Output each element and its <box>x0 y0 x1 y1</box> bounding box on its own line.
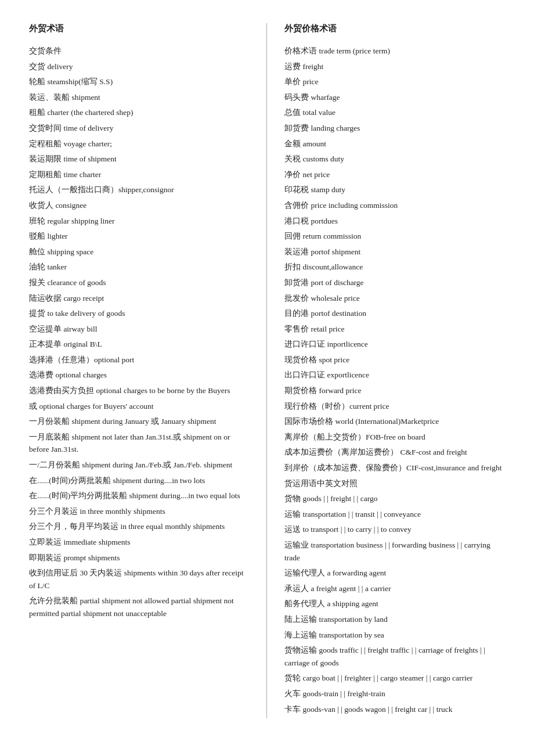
list-item: 单价 price <box>284 75 505 88</box>
list-item: 班轮 regular shipping liner <box>29 215 249 228</box>
list-item: 舱位 shipping space <box>29 246 249 258</box>
list-item: 金额 amount <box>284 138 505 150</box>
list-item: 立即装运 immediate shipments <box>29 536 249 549</box>
list-item: 选港费 optional charges <box>29 369 249 381</box>
list-item: 分三个月装运 in three monthly shipments <box>29 505 249 518</box>
list-item: 驳船 lighter <box>29 230 249 243</box>
list-item: 在......(时间)平均分两批装船 shipment during....in… <box>29 489 249 502</box>
list-item: 提货 to take delivery of goods <box>29 307 249 320</box>
list-item: 火车 goods-train | | freight-train <box>284 687 505 700</box>
list-item: 装运期限 time of shipment <box>29 153 249 165</box>
list-item: 批发价 wholesale price <box>284 292 505 305</box>
list-item: 货物 goods | | freight | | cargo <box>284 492 505 505</box>
left-entries-container: 交货条件交货 delivery轮船 steamship(缩写 S.S)装运、装船… <box>29 45 249 620</box>
list-item: 交货条件 <box>29 45 249 57</box>
list-item: 正本提单 original B\L <box>29 338 249 351</box>
right-title: 外贸价格术语 <box>284 23 505 34</box>
list-item: 一/二月份装船 shipment during Jan./Feb.或 Jan./… <box>29 459 249 471</box>
list-item: 回佣 return commission <box>284 230 505 243</box>
right-column: 外贸价格术语 价格术语 trade term (price term)运费 fr… <box>267 23 505 718</box>
list-item: 净价 net price <box>284 168 505 181</box>
list-item: 离岸价（船上交货价）FOB-free on board <box>284 431 505 444</box>
list-item: 定程租船 voyage charter; <box>29 138 249 150</box>
list-item: 码头费 wharfage <box>284 91 505 104</box>
list-item: 卸货费 landing charges <box>284 122 505 135</box>
list-item: 陆上运输 transportation by land <box>284 613 505 626</box>
list-item: 选择港（任意港）optional port <box>29 354 249 366</box>
list-item: 分三个月，每月平均装运 in three equal monthly shipm… <box>29 520 249 533</box>
list-item: 港口税 portdues <box>284 215 505 228</box>
list-item: 卸货港 port of discharge <box>284 276 505 289</box>
list-item: 印花税 stamp duty <box>284 183 505 196</box>
list-item: 货运用语中英文对照 <box>284 477 505 490</box>
list-item: 空运提单 airway bill <box>29 323 249 336</box>
list-item: 国际市场价格 world (International)Marketprice <box>284 415 505 428</box>
list-item: 运输代理人 a forwarding agent <box>284 567 505 579</box>
list-item: 运费 freight <box>284 60 505 73</box>
list-item: 陆运收据 cargo receipt <box>29 292 249 305</box>
list-item: 油轮 tanker <box>29 261 249 273</box>
list-item: 货物运输 goods traffic | | freight traffic |… <box>284 644 505 669</box>
list-item: 到岸价（成本加运费、保险费价）CIF-cost,insurance and fr… <box>284 462 505 474</box>
list-item: 含佣价 price including commission <box>284 199 505 212</box>
list-item: 允许分批装船 partial shipment not allowed part… <box>29 595 249 620</box>
list-item: 一月份装船 shipment during January 或 January … <box>29 415 249 428</box>
left-title: 外贸术语 <box>29 23 249 34</box>
list-item: 运输业 transportation business | | forwardi… <box>284 539 505 564</box>
list-item: 卡车 goods-van | | goods wagon | | freight… <box>284 703 505 716</box>
list-item: 总值 total value <box>284 106 505 119</box>
list-item: 价格术语 trade term (price term) <box>284 45 505 57</box>
list-item: 运输 transportation | | transit | | convey… <box>284 508 505 521</box>
list-item: 海上运输 transportation by sea <box>284 629 505 642</box>
list-item: 现行价格（时价）current price <box>284 400 505 413</box>
list-item: 目的港 portof destination <box>284 307 505 320</box>
list-item: 关税 customs duty <box>284 153 505 165</box>
list-item: 交货 delivery <box>29 60 249 73</box>
list-item: 折扣 discount,allowance <box>284 261 505 273</box>
left-column: 外贸术语 交货条件交货 delivery轮船 steamship(缩写 S.S)… <box>29 23 267 718</box>
list-item: 货轮 cargo boat | | freighter | | cargo st… <box>284 672 505 685</box>
list-item: 定期租船 time charter <box>29 168 249 181</box>
list-item: 零售价 retail price <box>284 323 505 336</box>
list-item: 装运港 portof shipment <box>284 246 505 258</box>
list-item: 在......(时间)分两批装船 shipment during....in t… <box>29 474 249 487</box>
right-entries-container: 价格术语 trade term (price term)运费 freight单价… <box>284 45 505 715</box>
list-item: 承运人 a freight agent | | a carrier <box>284 582 505 595</box>
list-item: 或 optional charges for Buyers' account <box>29 400 249 413</box>
list-item: 期货价格 forward price <box>284 384 505 397</box>
list-item: 船务代理人 a shipping agent <box>284 597 505 610</box>
list-item: 运送 to transport | | to carry | | to conv… <box>284 523 505 536</box>
list-item: 托运人（一般指出口商）shipper,consignor <box>29 183 249 196</box>
list-item: 选港费由买方负担 optional charges to be borne by… <box>29 384 249 397</box>
list-item: 租船 charter (the chartered shep) <box>29 106 249 119</box>
list-item: 即期装运 prompt shipments <box>29 552 249 564</box>
list-item: 现货价格 spot price <box>284 354 505 366</box>
list-item: 交货时间 time of delivery <box>29 122 249 135</box>
list-item: 收到信用证后 30 天内装运 shipments within 30 days … <box>29 567 249 592</box>
list-item: 一月底装船 shipment not later than Jan.31st.或… <box>29 431 249 456</box>
list-item: 收货人 consignee <box>29 199 249 212</box>
list-item: 出口许口证 exportlicence <box>284 369 505 381</box>
list-item: 报关 clearance of goods <box>29 276 249 289</box>
list-item: 成本加运费价（离岸加运费价） C&F-cost and freight <box>284 446 505 459</box>
list-item: 轮船 steamship(缩写 S.S) <box>29 75 249 88</box>
list-item: 进口许口证 inportlicence <box>284 338 505 351</box>
list-item: 装运、装船 shipment <box>29 91 249 104</box>
